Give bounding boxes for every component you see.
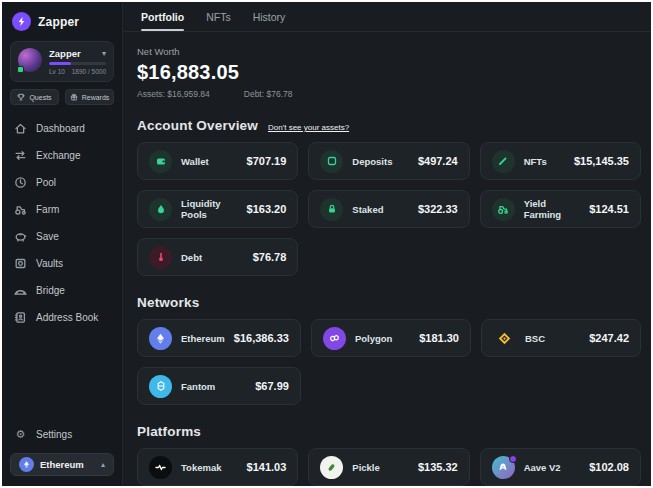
- sidebar-item-vaults[interactable]: Vaults: [10, 252, 114, 275]
- sidebar-item-pool[interactable]: Pool: [10, 171, 114, 194]
- profile-xp: 1890 / 5000: [72, 68, 106, 75]
- tab-bar: Portfolio NFTs History: [123, 2, 651, 32]
- assets-total: Assets: $16,959.84: [137, 89, 210, 99]
- aave-icon: [492, 456, 515, 479]
- card-yield-farming[interactable]: Yield Farming $124.51: [480, 190, 641, 228]
- sidebar-item-save[interactable]: Save: [10, 225, 114, 248]
- fantom-network-icon: [149, 375, 172, 398]
- profile-level: Lv 10: [49, 68, 65, 75]
- settings-button[interactable]: ⚙ Settings: [10, 424, 114, 445]
- rewards-button[interactable]: Rewards: [65, 89, 114, 105]
- piggy-bank-icon: [14, 230, 27, 243]
- dont-see-assets-link[interactable]: Don't see your assets?: [268, 123, 349, 132]
- account-overview-grid: Wallet $707.19 Deposits $497.24 NFTs $15…: [137, 142, 641, 276]
- xp-progress-fill: [49, 62, 71, 65]
- card-staked[interactable]: Staked $322.33: [308, 190, 469, 228]
- card-tokemak[interactable]: Tokemak $141.03: [137, 448, 298, 486]
- tractor-icon: [14, 203, 27, 216]
- zapper-logo-icon: [12, 12, 31, 31]
- platforms-grid: Tokemak $141.03 Pickle $135.32 Aave V2: [137, 448, 641, 486]
- net-worth-label: Net Worth: [137, 46, 641, 57]
- wallet-icon: [149, 150, 172, 173]
- card-wallet[interactable]: Wallet $707.19: [137, 142, 298, 180]
- bridge-icon: [14, 284, 27, 297]
- pickle-icon: [320, 456, 343, 479]
- sidebar-item-dashboard[interactable]: Dashboard: [10, 117, 114, 140]
- tab-history[interactable]: History: [253, 2, 286, 31]
- sidebar-item-address-book[interactable]: Address Book: [10, 306, 114, 329]
- quests-label: Quests: [29, 94, 51, 101]
- sidebar: Zapper Zapper ▾ Lv 10 1890 / 5000: [2, 2, 123, 486]
- sidebar-item-bridge[interactable]: Bridge: [10, 279, 114, 302]
- net-worth-value: $16,883.05: [137, 61, 641, 84]
- chevron-down-icon[interactable]: ▾: [102, 50, 106, 58]
- card-deposits[interactable]: Deposits $497.24: [308, 142, 469, 180]
- trophy-icon: [17, 93, 25, 101]
- networks-grid: Ethereum $16,386.33 Polygon $181.30 BSC …: [137, 319, 641, 405]
- network-selector[interactable]: Ethereum ▴: [10, 453, 114, 476]
- gift-icon: [70, 93, 78, 101]
- deposits-icon: [320, 150, 343, 173]
- rewards-label: Rewards: [82, 94, 110, 101]
- tab-portfolio[interactable]: Portfolio: [141, 2, 184, 31]
- profile-card[interactable]: Zapper ▾ Lv 10 1890 / 5000: [10, 41, 114, 82]
- polygon-network-icon: [323, 327, 346, 350]
- card-nfts[interactable]: NFTs $15,145.35: [480, 142, 641, 180]
- sidebar-item-exchange[interactable]: Exchange: [10, 144, 114, 167]
- droplet-icon: [149, 198, 172, 221]
- tab-nfts[interactable]: NFTs: [206, 2, 231, 31]
- card-fantom[interactable]: Fantom $67.99: [137, 367, 301, 405]
- quests-button[interactable]: Quests: [10, 89, 59, 105]
- debt-icon: [149, 246, 172, 269]
- main-panel: Portfolio NFTs History Net Worth $16,883…: [123, 2, 651, 486]
- card-ethereum[interactable]: Ethereum $16,386.33: [137, 319, 301, 357]
- sidebar-nav: Dashboard Exchange Pool Farm Save Vaults: [10, 117, 114, 329]
- xp-progress-bar: [49, 62, 106, 65]
- home-icon: [14, 122, 27, 135]
- gear-icon: ⚙: [14, 429, 27, 440]
- avatar: [18, 48, 42, 72]
- lock-icon: [320, 198, 343, 221]
- swap-arrows-icon: [14, 149, 27, 162]
- screenshot-frame: Zapper Zapper ▾ Lv 10 1890 / 5000: [0, 0, 653, 488]
- address-book-icon: [14, 311, 27, 324]
- debt-total: Debt: $76.78: [244, 89, 293, 99]
- zapper-app: Zapper Zapper ▾ Lv 10 1890 / 5000: [2, 2, 651, 486]
- section-title-platforms: Platforms: [137, 424, 201, 439]
- card-polygon[interactable]: Polygon $181.30: [311, 319, 471, 357]
- pool-icon: [14, 176, 27, 189]
- bsc-network-icon: [493, 327, 516, 350]
- card-liquidity-pools[interactable]: Liquidity Pools $163.20: [137, 190, 298, 228]
- section-title-account-overview: Account Overview: [137, 118, 258, 133]
- ethereum-icon: [19, 457, 34, 472]
- aave-version-badge: [509, 455, 517, 463]
- logo[interactable]: Zapper: [10, 10, 114, 41]
- online-status-dot: [17, 66, 24, 73]
- tokemak-icon: [149, 456, 172, 479]
- logo-label: Zapper: [38, 15, 79, 29]
- chevron-up-icon: ▴: [101, 461, 105, 469]
- card-pickle[interactable]: Pickle $135.32: [308, 448, 469, 486]
- card-aave-v2[interactable]: Aave V2 $102.08: [480, 448, 641, 486]
- nfts-icon: [492, 150, 515, 173]
- card-bsc[interactable]: BSC $247.42: [481, 319, 641, 357]
- vault-icon: [14, 257, 27, 270]
- section-title-networks: Networks: [137, 295, 199, 310]
- tractor-green-icon: [492, 198, 515, 221]
- ethereum-network-icon: [149, 327, 172, 350]
- card-debt[interactable]: Debt $76.78: [137, 238, 298, 276]
- sidebar-item-farm[interactable]: Farm: [10, 198, 114, 221]
- portfolio-content: Net Worth $16,883.05 Assets: $16,959.84 …: [123, 32, 651, 486]
- profile-name: Zapper: [49, 48, 81, 59]
